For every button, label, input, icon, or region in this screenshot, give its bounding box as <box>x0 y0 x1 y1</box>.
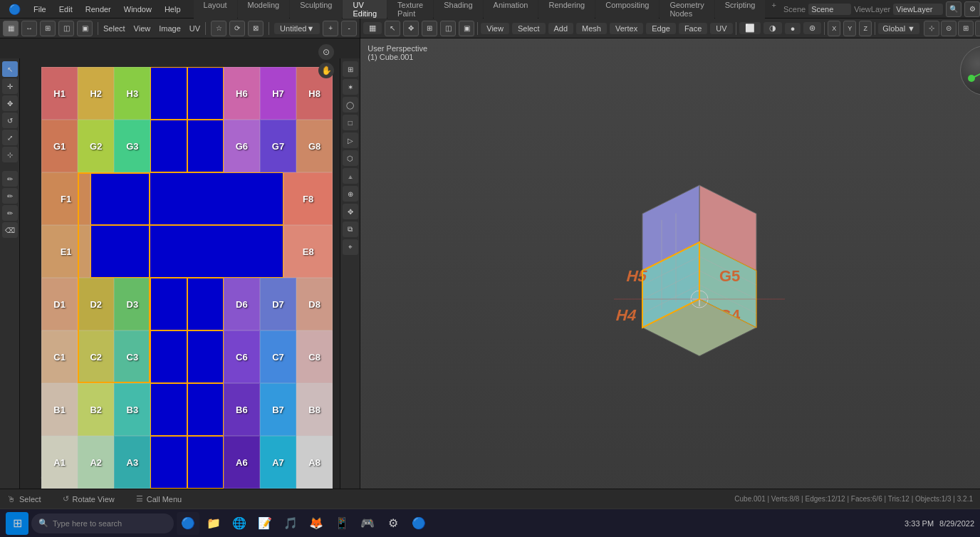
uv-cell-g6[interactable]: G6 <box>224 120 260 172</box>
menu-edit[interactable]: Edit <box>53 4 78 15</box>
uv-cell-g7[interactable]: G7 <box>260 120 296 172</box>
uv-cell-g1[interactable]: G1 <box>41 120 78 172</box>
taskbar-firefox[interactable]: 🦊 <box>305 512 328 535</box>
taskbar-blender2[interactable]: 🔵 <box>407 512 430 535</box>
uv-cell-e1[interactable]: E1 <box>41 225 90 278</box>
uv-rtool-5[interactable]: ▷ <box>343 132 358 148</box>
uv-cell-c2[interactable]: C2 <box>78 330 114 383</box>
uv-cell-a5-blue[interactable] <box>187 436 224 489</box>
uv-stretch-btn[interactable]: ⊠ <box>248 21 264 36</box>
tab-scripting[interactable]: Scripting <box>715 0 766 21</box>
uv-rtool-8[interactable]: ⊕ <box>343 186 358 202</box>
status-call-menu[interactable]: ☰ Call Menu <box>136 494 182 504</box>
menu-file[interactable]: File <box>28 4 52 15</box>
blender-logo[interactable]: 🔵 <box>3 2 26 16</box>
uv-cell-d3[interactable]: D3 <box>114 278 150 330</box>
menu-help[interactable]: Help <box>159 4 187 15</box>
uv-mode-face[interactable]: ▦ <box>3 21 19 36</box>
uv-cell-d5-blue[interactable] <box>187 278 224 330</box>
uv-tool-annotate[interactable]: ✏ <box>2 171 18 187</box>
uv-cell-g3[interactable]: G3 <box>114 120 150 172</box>
uv-cell-a6[interactable]: A6 <box>224 436 260 489</box>
vp-xyz-1[interactable]: X <box>828 21 840 36</box>
uv-tool-4[interactable]: ▣ <box>77 21 93 36</box>
uv-rtool-11[interactable]: ⌖ <box>343 239 358 255</box>
vp-add-menu[interactable]: Add <box>548 23 574 34</box>
uv-rtool-10[interactable]: ⧉ <box>343 221 358 237</box>
vp-shading-1[interactable]: ⬜ <box>739 22 761 34</box>
vp-xyz-3[interactable]: Z <box>859 21 872 36</box>
uv-tool-transform[interactable]: ⊹ <box>2 147 18 162</box>
uv-cell-c5-blue[interactable] <box>187 330 224 383</box>
uv-cell-b5-blue[interactable] <box>187 383 224 436</box>
uv-image-label[interactable]: Image <box>159 24 181 33</box>
uv-cell-h3[interactable]: H3 <box>114 67 150 120</box>
uv-cell-b8[interactable]: B8 <box>296 383 333 436</box>
taskbar-edge[interactable]: 🌐 <box>228 512 251 535</box>
tab-geometry-nodes[interactable]: Geometry Nodes <box>660 0 714 21</box>
uv-cell-d7[interactable]: D7 <box>260 278 296 330</box>
snap-btn-3[interactable]: ⊞ <box>958 21 974 36</box>
vp-edge-menu[interactable]: Edge <box>646 23 676 34</box>
uv-cell-g5-blue[interactable] <box>187 120 224 172</box>
vp-tool-5[interactable]: ▣ <box>459 21 474 36</box>
status-rotate[interactable]: ↺ Rotate View <box>63 494 115 504</box>
menu-window[interactable]: Window <box>118 4 157 15</box>
uv-cell-d2[interactable]: D2 <box>78 278 114 330</box>
uv-rtool-3[interactable]: ◯ <box>343 97 358 113</box>
vp-mesh-menu[interactable]: Mesh <box>576 23 607 34</box>
uv-cell-h2[interactable]: H2 <box>78 67 114 120</box>
uv-sync-btn[interactable]: ⟳ <box>229 21 245 36</box>
viewlayer-selector[interactable]: ViewLayer <box>893 4 943 15</box>
vp-xyz-2[interactable]: Y <box>843 21 856 36</box>
uv-tool-cursor[interactable]: ✛ <box>2 78 18 94</box>
uv-cell-a2[interactable]: A2 <box>78 436 114 489</box>
taskbar-file-explorer[interactable]: 📁 <box>202 512 225 535</box>
vp-mode-icon[interactable]: ▦ <box>363 22 382 34</box>
uv-tool-rotate[interactable]: ↺ <box>2 113 18 128</box>
uv-rtool-6[interactable]: ⬡ <box>343 150 358 166</box>
vp-shading-3[interactable]: ● <box>785 23 801 34</box>
uv-cell-a3[interactable]: A3 <box>114 436 150 489</box>
vp-tool-2[interactable]: ✥ <box>403 21 419 36</box>
uv-rtool-9[interactable]: ✥ <box>343 204 358 219</box>
vp-tool-1[interactable]: ↖ <box>385 21 400 36</box>
uv-zoom-in[interactable]: + <box>323 21 338 36</box>
scene-selector[interactable]: Scene <box>808 4 851 15</box>
transform-mode-selector[interactable]: Global ▼ <box>878 23 919 34</box>
taskbar-app2[interactable]: 🎮 <box>356 512 379 535</box>
vp-shading-2[interactable]: ◑ <box>763 22 782 34</box>
uv-cell-d8[interactable]: D8 <box>296 278 333 330</box>
snap-btn-1[interactable]: ⊹ <box>924 21 939 36</box>
status-select[interactable]: 🖱 Select <box>7 494 41 504</box>
uv-cell-d6[interactable]: D6 <box>224 278 260 330</box>
settings-btn[interactable]: ⚙ <box>964 1 980 17</box>
vp-shading-4[interactable]: ⊛ <box>803 22 821 34</box>
uv-cell-c1[interactable]: C1 <box>41 330 78 383</box>
uv-select-label[interactable]: View <box>134 24 151 33</box>
taskbar-word[interactable]: 📝 <box>254 512 276 535</box>
tab-compositing[interactable]: Compositing <box>595 0 659 21</box>
uv-cell-f1[interactable]: F1 <box>41 172 90 225</box>
snap-btn-2[interactable]: ⊝ <box>941 21 956 36</box>
uv-cell-b3[interactable]: B3 <box>114 383 150 436</box>
search-btn[interactable]: 🔍 <box>946 1 961 17</box>
uv-cell-a8[interactable]: A8 <box>296 436 333 489</box>
uv-tool-3[interactable]: ◫ <box>58 21 74 36</box>
uv-cell-h7[interactable]: H7 <box>260 67 296 120</box>
uv-cell-g2[interactable]: G2 <box>78 120 114 172</box>
uv-cell-b7[interactable]: B7 <box>260 383 296 436</box>
taskbar-app1[interactable]: 📱 <box>330 512 353 535</box>
uv-cell-c3[interactable]: C3 <box>114 330 150 383</box>
uv-tool-move[interactable]: ✥ <box>2 95 18 111</box>
uv-cell-g4-blue[interactable] <box>150 120 187 172</box>
uv-canvas[interactable]: ⊕ H1 H2 H3 H6 H7 H8 <box>20 38 340 503</box>
add-workspace-button[interactable]: + <box>766 0 781 21</box>
uv-tool-erase[interactable]: ⌫ <box>2 222 18 238</box>
uv-cell-c8[interactable]: C8 <box>296 330 333 383</box>
uv-nav-zoom-fit[interactable]: ⊙ <box>318 44 334 60</box>
uv-tool-scale[interactable]: ⤢ <box>2 130 18 145</box>
uv-cell-f8[interactable]: F8 <box>283 172 333 225</box>
uv-cell-a1[interactable]: A1 <box>41 436 78 489</box>
tab-shading[interactable]: Shading <box>434 0 482 21</box>
